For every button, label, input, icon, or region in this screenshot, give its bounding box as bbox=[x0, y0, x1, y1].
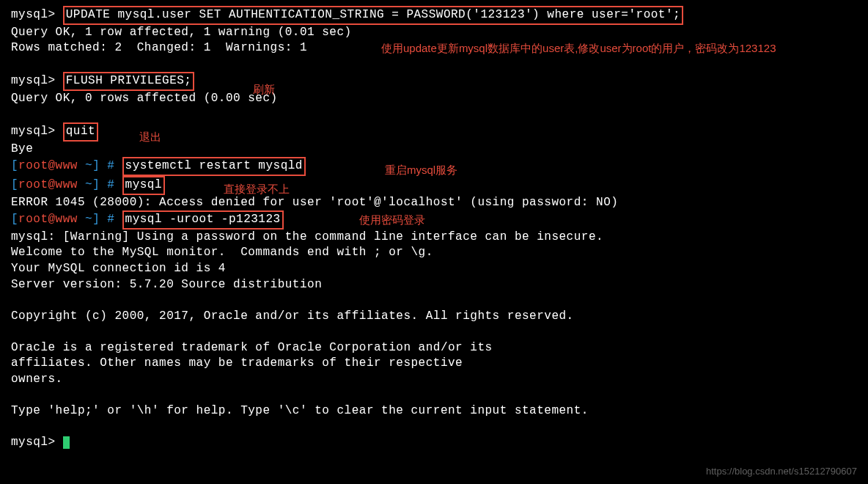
terminal-output: owners. bbox=[11, 372, 857, 388]
cursor-icon bbox=[63, 436, 70, 449]
terminal-output: Copyright (c) 2000, 2017, Oracle and/or … bbox=[11, 309, 857, 325]
shell-prompt-line: [root@www ~] # mysql bbox=[11, 176, 857, 195]
terminal-blank bbox=[11, 293, 857, 309]
annotation-loginpw: 使用密码登录 bbox=[359, 213, 425, 227]
mysql-prompt: mysql> bbox=[11, 8, 63, 21]
annotation-loginfail: 直接登录不上 bbox=[224, 182, 290, 197]
mysql-login-command-box: mysql -uroot -p123123 bbox=[122, 210, 284, 230]
annotation-flush: 刷新 bbox=[253, 82, 275, 97]
annotation-update: 使用update更新mysql数据库中的user表,修改user为root的用户… bbox=[381, 40, 821, 56]
flush-command-box: FLUSH PRIVILEGES; bbox=[63, 72, 195, 91]
terminal-blank bbox=[11, 419, 857, 436]
terminal-output: Bye bbox=[11, 142, 857, 158]
terminal-prompt-active[interactable]: mysql> bbox=[11, 435, 857, 451]
mysql-prompt: mysql> bbox=[11, 74, 63, 87]
terminal-output: Query OK, 0 rows affected (0.00 sec) bbox=[11, 91, 857, 107]
annotation-quit: 退出 bbox=[139, 130, 161, 144]
terminal-output: Your MySQL connection id is 4 bbox=[11, 261, 857, 277]
mysql-prompt: mysql> bbox=[11, 125, 63, 138]
terminal-output: affiliates. Other names may be trademark… bbox=[11, 356, 857, 372]
terminal-line: mysql> quit bbox=[11, 122, 857, 142]
terminal-blank bbox=[11, 388, 857, 404]
terminal-blank bbox=[11, 107, 857, 123]
terminal-blank bbox=[11, 56, 857, 73]
terminal-output: Oracle is a registered trademark of Orac… bbox=[11, 340, 857, 356]
terminal-line: mysql> UPDATE mysql.user SET AUTHENTICAT… bbox=[11, 6, 857, 25]
terminal-output: Welcome to the MySQL monitor. Commands e… bbox=[11, 245, 857, 261]
systemctl-command-box: systemctl restart mysqld bbox=[122, 157, 306, 176]
mysql-prompt: mysql> bbox=[11, 436, 63, 449]
watermark-text: https://blog.csdn.net/s15212790607 bbox=[706, 465, 857, 478]
terminal-output: Query OK, 1 row affected, 1 warning (0.0… bbox=[11, 25, 857, 41]
terminal-output: mysql: [Warning] Using a password on the… bbox=[11, 230, 857, 246]
update-command-box: UPDATE mysql.user SET AUTHENTICATION_STR… bbox=[63, 6, 683, 25]
terminal-line: mysql> FLUSH PRIVILEGES; bbox=[11, 72, 857, 91]
terminal-output: Server version: 5.7.20 Source distributi… bbox=[11, 277, 857, 293]
mysql-command-box: mysql bbox=[122, 176, 166, 195]
terminal-error: ERROR 1045 (28000): Access denied for us… bbox=[11, 195, 857, 211]
annotation-restart: 重启mysql服务 bbox=[385, 163, 457, 177]
shell-prompt-line: [root@www ~] # mysql -uroot -p123123 bbox=[11, 210, 857, 230]
terminal-blank bbox=[11, 324, 857, 340]
quit-command-box: quit bbox=[63, 122, 98, 142]
terminal-output: Type 'help;' or '\h' for help. Type '\c'… bbox=[11, 403, 857, 419]
